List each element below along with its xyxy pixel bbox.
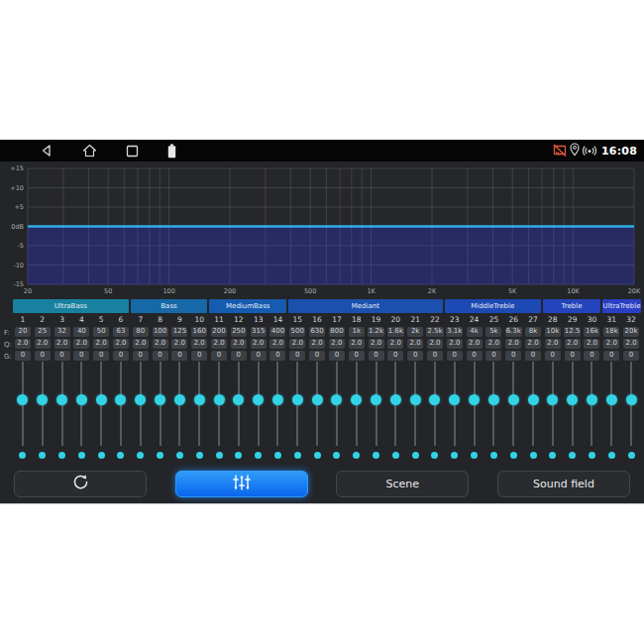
slider-dot xyxy=(431,452,438,459)
slider-knob[interactable] xyxy=(214,394,225,405)
slider-knob[interactable] xyxy=(390,394,401,405)
band-column: 26 xyxy=(503,315,523,324)
band-column: 23 xyxy=(445,315,465,324)
gain-row: G: 00000000000000000000000000000000 xyxy=(0,351,644,362)
x-axis-tick-label: 500 xyxy=(304,287,316,295)
slider-knob[interactable] xyxy=(331,394,342,405)
slider-knob[interactable] xyxy=(528,394,539,405)
band-column: 2.0 xyxy=(601,339,621,349)
eq-response-graph[interactable]: +15+10+50dB-5-10-1520501002005001K2K5K10… xyxy=(0,161,644,299)
home-icon[interactable] xyxy=(82,144,97,158)
slider-dot xyxy=(78,452,85,459)
slider-knob[interactable] xyxy=(253,394,264,405)
slider-knob[interactable] xyxy=(508,394,519,405)
recents-icon[interactable] xyxy=(126,145,139,158)
slider-knob[interactable] xyxy=(155,394,165,405)
band-slider xyxy=(347,362,367,463)
band-number: 15 xyxy=(293,315,303,324)
band-column: 13 xyxy=(249,315,268,324)
band-column: 0 xyxy=(53,351,72,361)
band-column: 2.5k xyxy=(425,327,445,337)
slider-knob[interactable] xyxy=(96,394,107,405)
slider-dot xyxy=(255,452,262,459)
slider-knob[interactable] xyxy=(292,394,303,405)
x-axis-tick-label: 1K xyxy=(367,287,376,295)
slider-knob[interactable] xyxy=(233,394,244,405)
band-column: 5 xyxy=(91,315,111,324)
frequency-value-chip: 8k xyxy=(525,327,541,337)
band-column: 28 xyxy=(543,315,563,324)
band-slider xyxy=(209,362,229,463)
x-axis-tick-label: 50 xyxy=(104,287,112,295)
gain-value-chip: 0 xyxy=(171,351,187,361)
slider-knob[interactable] xyxy=(469,394,480,405)
y-axis-tick-label: -15 xyxy=(13,280,24,288)
slider-knob[interactable] xyxy=(351,394,362,405)
slider-knob[interactable] xyxy=(567,394,578,405)
gain-value-chip: 0 xyxy=(35,351,51,361)
slider-knob[interactable] xyxy=(410,394,421,405)
band-number: 1 xyxy=(21,315,26,324)
band-column: 0 xyxy=(523,351,543,361)
slider-knob[interactable] xyxy=(488,394,499,405)
band-column: 0 xyxy=(563,351,583,361)
slider-knob[interactable] xyxy=(587,394,597,405)
frequency-value-chip: 5k xyxy=(485,327,501,337)
gain-value-chip: 0 xyxy=(93,351,109,361)
slider-knob[interactable] xyxy=(371,394,381,405)
band-number: 24 xyxy=(470,315,480,324)
frequency-value-chip: 630 xyxy=(309,327,325,337)
response-fill-area xyxy=(28,227,634,285)
band-number: 8 xyxy=(158,315,162,324)
y-axis-tick-label: -5 xyxy=(18,242,24,250)
slider-knob[interactable] xyxy=(56,394,67,405)
band-group-mediant: Mediant xyxy=(288,299,443,313)
slider-knob[interactable] xyxy=(115,394,126,405)
sound-field-button[interactable]: Sound field xyxy=(497,471,630,497)
reset-button[interactable] xyxy=(14,471,147,497)
frequency-value-chip: 18k xyxy=(603,327,619,337)
band-column: 0 xyxy=(484,351,504,361)
q-value-chip: 2.0 xyxy=(545,339,561,349)
q-value-chip: 2.0 xyxy=(231,339,247,349)
band-slider xyxy=(367,362,386,463)
slider-knob[interactable] xyxy=(626,394,637,405)
slider-dot xyxy=(510,452,517,459)
slider-knob[interactable] xyxy=(135,394,146,405)
slider-knob[interactable] xyxy=(194,394,205,405)
frequency-value-chip: 500 xyxy=(289,327,305,337)
slider-knob[interactable] xyxy=(76,394,87,405)
q-value-chip: 2.0 xyxy=(447,339,463,349)
band-column: 0 xyxy=(465,351,484,361)
equalizer-button[interactable] xyxy=(175,471,308,497)
slider-knob[interactable] xyxy=(312,394,323,405)
band-group-mediumbass: MediumBass xyxy=(209,299,286,313)
slider-knob[interactable] xyxy=(174,394,185,405)
slider-dot xyxy=(490,452,497,459)
slider-knob[interactable] xyxy=(606,394,617,405)
slider-knob[interactable] xyxy=(449,394,460,405)
band-column: 15 xyxy=(287,315,307,324)
band-column: 100 xyxy=(151,327,170,337)
slider-knob[interactable] xyxy=(17,394,28,405)
band-number: 11 xyxy=(214,315,224,324)
slider-knob[interactable] xyxy=(37,394,48,405)
scene-button[interactable]: Scene xyxy=(336,471,469,497)
band-slider xyxy=(111,362,131,463)
band-column: 2.0 xyxy=(53,339,72,349)
frequency-value-chip: 250 xyxy=(231,327,247,337)
back-icon[interactable] xyxy=(40,144,54,158)
gain-value-chip: 0 xyxy=(73,351,89,361)
slider-dot xyxy=(58,452,65,459)
slider-knob[interactable] xyxy=(272,394,283,405)
frequency-value-chip: 80 xyxy=(133,327,149,337)
band-column: 6.3k xyxy=(503,327,523,337)
slider-knob[interactable] xyxy=(429,394,440,405)
band-column: 160 xyxy=(189,327,209,337)
band-column: 0 xyxy=(405,351,425,361)
band-slider xyxy=(189,362,209,463)
gain-value-chip: 0 xyxy=(153,351,168,361)
band-column: 0 xyxy=(111,351,131,361)
slider-dot xyxy=(216,452,223,459)
slider-knob[interactable] xyxy=(547,394,558,405)
